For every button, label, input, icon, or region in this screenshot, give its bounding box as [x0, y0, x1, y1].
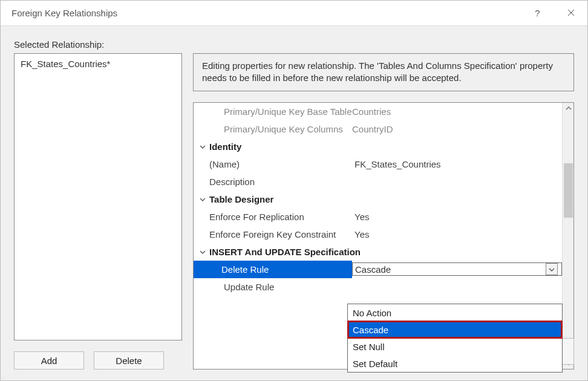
dropdown-option-set-null[interactable]: Set Null [348, 338, 562, 355]
prop-row-delete-rule[interactable]: Delete Rule Cascade [194, 261, 562, 278]
client-area: Selected Relationship: FK_States_Countri… [1, 26, 587, 380]
add-button[interactable]: Add [14, 351, 84, 370]
prop-row-pk-columns[interactable]: Primary/Unique Key Columns CountryID [194, 120, 562, 138]
prop-label: Enforce Foreign Key Constraint [209, 229, 354, 239]
help-icon: ? [535, 8, 540, 18]
prop-label: Primary/Unique Key Columns [224, 124, 352, 134]
prop-value: Cascade [355, 264, 546, 275]
chevron-down-icon [549, 264, 555, 275]
group-identity[interactable]: Identity [194, 138, 562, 155]
prop-label: (Name) [209, 159, 354, 169]
delete-rule-dropdown[interactable]: No Action Cascade Set Null Set Default [347, 304, 563, 373]
chevron-down-icon[interactable] [196, 194, 209, 204]
group-label: INSERT And UPDATE Specification [209, 247, 562, 257]
prop-label: Update Rule [224, 282, 352, 292]
delete-button-label: Delete [116, 356, 142, 366]
delete-rule-value-cell[interactable]: Cascade [352, 262, 562, 276]
prop-row-enforce-fk[interactable]: Enforce Foreign Key Constraint Yes [194, 226, 562, 243]
prop-label: Description [209, 177, 354, 187]
dropdown-option-no-action[interactable]: No Action [348, 304, 562, 321]
close-icon [567, 8, 575, 18]
delete-button[interactable]: Delete [94, 351, 164, 370]
prop-row-enforce-replication[interactable]: Enforce For Replication Yes [194, 208, 562, 226]
group-label: Identity [209, 142, 562, 152]
selected-relationship-label: Selected Relationship: [14, 39, 574, 50]
prop-value: Countries [352, 106, 562, 117]
dropdown-option-cascade[interactable]: Cascade [348, 321, 562, 338]
prop-row-pk-base-table[interactable]: Primary/Unique Key Base Table Countries [194, 103, 562, 120]
prop-value[interactable]: Yes [354, 229, 562, 239]
description-box: Editing properties for new relationship.… [193, 53, 574, 91]
vertical-scrollbar[interactable] [562, 103, 573, 370]
prop-label: Delete Rule [221, 264, 269, 275]
prop-row-description[interactable]: Description [194, 173, 562, 190]
window-title: Foreign Key Relationships [11, 8, 117, 18]
chevron-down-icon[interactable] [196, 142, 209, 152]
close-button[interactable] [554, 1, 587, 26]
dropdown-button[interactable] [546, 263, 558, 275]
prop-label: Primary/Unique Key Base Table [224, 106, 352, 117]
scroll-up-button[interactable] [563, 103, 574, 114]
prop-value[interactable]: FK_States_Countries [354, 159, 562, 169]
prop-label: Enforce For Replication [209, 212, 354, 222]
prop-row-update-rule[interactable]: Update Rule [194, 278, 562, 296]
group-insert-update[interactable]: INSERT And UPDATE Specification [194, 243, 562, 261]
chevron-down-icon[interactable] [196, 247, 209, 257]
add-button-label: Add [41, 356, 57, 366]
dialog-window: Foreign Key Relationships ? Selected Rel… [0, 0, 588, 381]
prop-value[interactable]: Yes [354, 212, 562, 222]
scroll-thumb[interactable] [564, 163, 573, 218]
relationship-listbox[interactable]: FK_States_Countries* [14, 53, 182, 340]
titlebar: Foreign Key Relationships ? [1, 1, 587, 26]
relationship-item[interactable]: FK_States_Countries* [21, 57, 175, 70]
prop-row-name[interactable]: (Name) FK_States_Countries [194, 155, 562, 173]
group-label: Table Designer [209, 194, 562, 204]
help-button[interactable]: ? [521, 1, 554, 26]
close-dialog-button-partial[interactable] [562, 338, 574, 365]
group-table-designer[interactable]: Table Designer [194, 190, 562, 208]
prop-value: CountryID [352, 124, 562, 134]
dropdown-option-set-default[interactable]: Set Default [348, 355, 562, 372]
